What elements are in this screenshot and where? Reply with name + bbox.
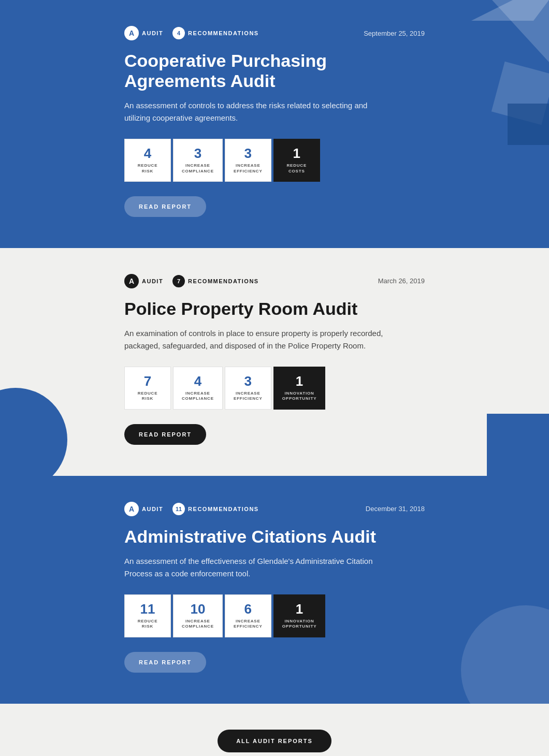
stat-box-1-1: 3 INCREASECOMPLIANCE	[173, 139, 223, 182]
stat-box-3-3: 1 INNOVATIONOPPORTUNITY	[273, 594, 326, 637]
stat-number-1-1: 3	[182, 147, 214, 160]
rec-number-2: 7	[172, 275, 185, 287]
stat-box-2-0: 7 REDUCERISK	[124, 367, 171, 410]
stat-box-3-0: 11 REDUCERISK	[124, 594, 171, 637]
audit-title-3: Administrative Citations Audit	[124, 527, 425, 547]
stat-number-2-1: 4	[182, 374, 214, 388]
audit-icon-1: A	[124, 26, 139, 40]
stat-number-3-3: 1	[282, 602, 317, 616]
read-report-button-3[interactable]: READ REPORT	[124, 652, 206, 673]
stat-label-3-3: INNOVATIONOPPORTUNITY	[282, 619, 317, 630]
stats-row-2: 7 REDUCERISK 4 INCREASECOMPLIANCE 3 INCR…	[124, 367, 425, 410]
audit-badge-2: A AUDIT	[124, 274, 163, 288]
stat-label-3-1: INCREASECOMPLIANCE	[182, 619, 214, 630]
all-audit-reports-button[interactable]: ALL AUDIT REPORTS	[218, 730, 331, 752]
stat-label-3-0: REDUCERISK	[133, 619, 162, 630]
read-report-button-2[interactable]: READ REPORT	[124, 424, 206, 445]
stat-number-2-2: 3	[234, 374, 263, 388]
stat-number-3-2: 6	[234, 602, 263, 616]
read-report-button-1[interactable]: READ REPORT	[124, 196, 206, 217]
audit-date-3: December 31, 2018	[366, 505, 425, 513]
audit-title-1: Cooperative Purchasing Agreements Audit	[124, 51, 425, 91]
stat-number-2-3: 1	[282, 374, 317, 388]
audit-date-2: March 26, 2019	[378, 277, 425, 285]
stat-box-1-0: 4 REDUCERISK	[124, 139, 171, 182]
audit-section-1: A AUDIT 4 RECOMMENDATIONS September 25, …	[0, 0, 549, 248]
stat-box-1-3: 1 REDUCECOSTS	[273, 139, 320, 182]
stat-label-1-3: REDUCECOSTS	[282, 163, 311, 174]
stat-box-2-1: 4 INCREASECOMPLIANCE	[173, 367, 223, 410]
stat-box-3-2: 6 INCREASEEFFICIENCY	[225, 594, 271, 637]
svg-rect-4	[508, 104, 549, 145]
stats-row-3: 11 REDUCERISK 10 INCREASECOMPLIANCE 6 IN…	[124, 594, 425, 637]
decorative-circle-left	[0, 388, 67, 476]
audit-desc-1: An assessment of controls to address the…	[124, 99, 383, 124]
rec-number-1: 4	[172, 27, 185, 39]
rec-label-2: RECOMMENDATIONS	[188, 278, 259, 284]
audit-icon-3: A	[124, 502, 139, 516]
stat-label-1-2: INCREASEEFFICIENCY	[234, 163, 263, 174]
decorative-rect-right	[487, 414, 549, 476]
stats-row-1: 4 REDUCERISK 3 INCREASECOMPLIANCE 3 INCR…	[124, 139, 425, 182]
audit-type-2: AUDIT	[142, 278, 163, 284]
audit-desc-3: An assessment of the effectiveness of Gl…	[124, 555, 383, 580]
recommendations-badge-1: 4 RECOMMENDATIONS	[172, 27, 259, 39]
stat-label-2-1: INCREASECOMPLIANCE	[182, 391, 214, 402]
stat-label-1-0: REDUCERISK	[133, 163, 162, 174]
stat-number-1-0: 4	[133, 147, 162, 160]
audit-header-1: A AUDIT 4 RECOMMENDATIONS September 25, …	[124, 26, 425, 40]
audit-icon-2: A	[124, 274, 139, 288]
stat-box-2-2: 3 INCREASEEFFICIENCY	[225, 367, 271, 410]
audit-desc-2: An examination of controls in place to e…	[124, 327, 383, 352]
audit-type-1: AUDIT	[142, 30, 163, 36]
audit-header-2: A AUDIT 7 RECOMMENDATIONS March 26, 2019	[124, 274, 425, 288]
stat-label-2-3: INNOVATIONOPPORTUNITY	[282, 391, 317, 402]
stat-number-3-0: 11	[133, 602, 162, 616]
decorative-circle-right	[461, 605, 549, 704]
audit-title-2: Police Property Room Audit	[124, 299, 425, 319]
stat-label-1-1: INCREASECOMPLIANCE	[182, 163, 214, 174]
stat-box-2-3: 1 INNOVATIONOPPORTUNITY	[273, 367, 326, 410]
stat-label-2-2: INCREASEEFFICIENCY	[234, 391, 263, 402]
recommendations-badge-2: 7 RECOMMENDATIONS	[172, 275, 259, 287]
audit-badge-3: A AUDIT	[124, 502, 163, 516]
stat-number-1-2: 3	[234, 147, 263, 160]
stat-number-3-1: 10	[182, 602, 214, 616]
decorative-shape-1	[430, 0, 549, 155]
bottom-section: ALL AUDIT REPORTS AUDIT INNOVATIONS Inte…	[0, 704, 549, 756]
audit-header-3: A AUDIT 11 RECOMMENDATIONS December 31, …	[124, 502, 425, 516]
rec-number-3: 11	[172, 503, 185, 515]
audit-section-3: A AUDIT 11 RECOMMENDATIONS December 31, …	[0, 476, 549, 704]
audit-type-3: AUDIT	[142, 506, 163, 512]
audit-section-2: A AUDIT 7 RECOMMENDATIONS March 26, 2019…	[0, 248, 549, 476]
audit-date-1: September 25, 2019	[364, 30, 425, 37]
stat-box-1-2: 3 INCREASEEFFICIENCY	[225, 139, 271, 182]
stat-label-2-0: REDUCERISK	[133, 391, 162, 402]
recommendations-badge-3: 11 RECOMMENDATIONS	[172, 503, 259, 515]
stat-label-3-2: INCREASEEFFICIENCY	[234, 619, 263, 630]
audit-badge-1: A AUDIT	[124, 26, 163, 40]
rec-label-1: RECOMMENDATIONS	[188, 30, 259, 36]
stat-box-3-1: 10 INCREASECOMPLIANCE	[173, 594, 223, 637]
rec-label-3: RECOMMENDATIONS	[188, 506, 259, 512]
stat-number-1-3: 1	[282, 147, 311, 160]
stat-number-2-0: 7	[133, 374, 162, 388]
